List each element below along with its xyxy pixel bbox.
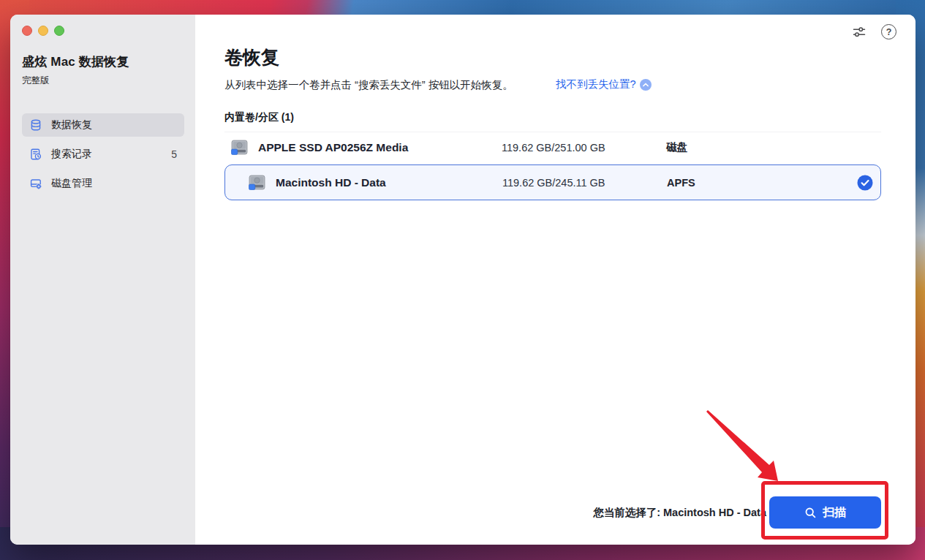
traffic-lights [22, 26, 184, 35]
minimize-button[interactable] [38, 26, 48, 36]
volume-capacity: 119.62 GB/245.11 GB [502, 177, 667, 189]
volume-row-macintosh-hd-data[interactable]: Macintosh HD - Data 119.62 GB/245.11 GB … [224, 164, 881, 200]
help-icon[interactable]: ? [881, 24, 896, 39]
history-count-badge: 5 [171, 148, 177, 160]
volume-list: APPLE SSD AP0256Z Media 119.62 GB/251.00… [224, 132, 881, 200]
selected-check-icon [857, 175, 873, 191]
current-selection-label: 您当前选择了: Macintosh HD - Data [593, 506, 766, 520]
volume-capacity: 119.62 GB/251.00 GB [502, 142, 666, 154]
scan-button-label: 扫描 [823, 505, 846, 521]
description-row: 从列表中选择一个卷并点击 “搜索丢失文件” 按钮以开始恢复。 找不到丢失位置? [224, 78, 881, 91]
lost-location-link-label: 找不到丢失位置? [556, 77, 636, 91]
search-icon [804, 507, 817, 519]
app-title: 盛炫 Mac 数据恢复 [22, 53, 184, 70]
content: 卷恢复 从列表中选择一个卷并点击 “搜索丢失文件” 按钮以开始恢复。 找不到丢失… [195, 15, 915, 200]
volume-type: APFS [667, 177, 880, 189]
main-panel: ? 卷恢复 从列表中选择一个卷并点击 “搜索丢失文件” 按钮以开始恢复。 找不到… [195, 15, 915, 545]
database-icon [29, 118, 42, 132]
volume-section-heading: 内置卷/分区 (1) [224, 111, 915, 124]
app-window: 盛炫 Mac 数据恢复 完整版 数据恢复 [10, 15, 915, 545]
page-title: 卷恢复 [224, 46, 915, 68]
sidebar: 盛炫 Mac 数据恢复 完整版 数据恢复 [10, 15, 195, 545]
volume-name-cell: APPLE SSD AP0256Z Media [231, 140, 502, 155]
internal-disk-icon [231, 140, 248, 155]
sidebar-item-label: 数据恢复 [51, 118, 92, 132]
volume-type: 磁盘 [666, 140, 881, 154]
close-button[interactable] [22, 26, 32, 36]
search-history-icon [29, 148, 42, 161]
scan-button[interactable]: 扫描 [769, 496, 881, 529]
page-description: 从列表中选择一个卷并点击 “搜索丢失文件” 按钮以开始恢复。 [224, 79, 513, 91]
sidebar-item-label: 磁盘管理 [51, 177, 92, 190]
sidebar-item-data-recovery[interactable]: 数据恢复 [22, 113, 184, 137]
sidebar-item-label: 搜索记录 [51, 148, 92, 161]
volume-row-disk[interactable]: APPLE SSD AP0256Z Media 119.62 GB/251.00… [224, 132, 881, 162]
chevron-up-icon [640, 79, 652, 91]
volume-name: APPLE SSD AP0256Z Media [258, 141, 408, 154]
volume-name-cell: Macintosh HD - Data [249, 175, 502, 190]
app-edition: 完整版 [22, 75, 184, 87]
internal-disk-icon [249, 175, 265, 190]
zoom-button[interactable] [54, 26, 64, 36]
sidebar-item-disk-management[interactable]: 磁盘管理 [22, 172, 184, 195]
lost-location-link[interactable]: 找不到丢失位置? [556, 77, 652, 91]
sliders-icon[interactable] [852, 26, 867, 39]
disk-manage-icon [29, 177, 42, 190]
volume-name: Macintosh HD - Data [276, 176, 386, 189]
sidebar-item-search-history[interactable]: 搜索记录 5 [22, 143, 184, 166]
sidebar-nav: 数据恢复 搜索记录 5 [22, 113, 184, 195]
window-toolbar: ? [852, 24, 896, 39]
